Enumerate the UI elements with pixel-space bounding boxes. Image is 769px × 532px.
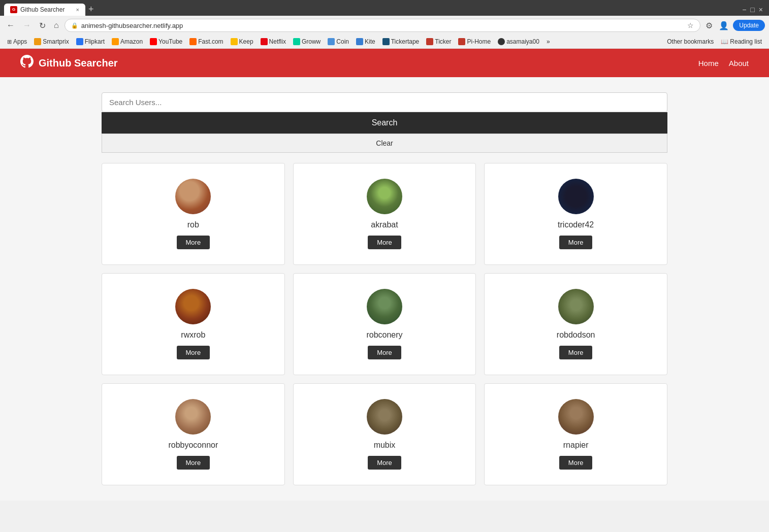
other-bookmarks[interactable]: Other bookmarks xyxy=(664,37,717,46)
users-grid: robMoreakrabatMoretricoder42MorerwxrobMo… xyxy=(102,163,667,485)
more-button[interactable]: More xyxy=(177,346,210,359)
bookmark-flipkart[interactable]: Flipkart xyxy=(73,37,108,46)
user-name: robbyoconnor xyxy=(168,441,218,450)
search-container: Search Clear xyxy=(102,92,667,153)
reading-list[interactable]: 📖 Reading list xyxy=(718,37,765,46)
toolbar-icons: ⚙ 👤 Update xyxy=(703,20,765,31)
bookmark-star-icon[interactable]: ☆ xyxy=(687,21,694,29)
tab-title: Github Searcher xyxy=(20,6,65,13)
user-avatar xyxy=(367,399,402,435)
user-avatar xyxy=(367,289,402,324)
more-button[interactable]: More xyxy=(559,456,593,470)
user-card: robconeryMore xyxy=(293,273,476,375)
restore-button[interactable]: □ xyxy=(750,6,754,14)
bookmarks-bar: ⊞ Apps Smartprix Flipkart Amazon YouTube… xyxy=(0,35,769,49)
app-header: Github Searcher Home About xyxy=(0,49,769,77)
more-button[interactable]: More xyxy=(177,236,210,249)
bookmark-apps[interactable]: ⊞ Apps xyxy=(4,37,30,46)
user-card: robMore xyxy=(102,163,285,265)
address-bar[interactable]: 🔒 animesh-githubsearcher.netlify.app ☆ xyxy=(65,19,701,32)
more-button[interactable]: More xyxy=(559,346,593,359)
bookmark-pihome[interactable]: Pi-Home xyxy=(455,37,494,46)
user-card: robdodsonMore xyxy=(484,273,667,375)
github-icon xyxy=(20,55,34,71)
tab-favicon: G xyxy=(10,6,17,13)
reload-button[interactable]: ↻ xyxy=(37,20,48,31)
user-card: mubixMore xyxy=(293,383,476,485)
more-button[interactable]: More xyxy=(177,456,210,470)
app-logo: Github Searcher xyxy=(20,55,118,71)
user-avatar xyxy=(558,179,594,214)
update-button[interactable]: Update xyxy=(733,20,765,31)
browser-toolbar: ← → ↻ ⌂ 🔒 animesh-githubsearcher.netlify… xyxy=(0,16,769,35)
user-avatar xyxy=(367,179,402,214)
reading-list-label: Reading list xyxy=(730,38,762,45)
more-button[interactable]: More xyxy=(368,346,401,359)
search-input[interactable] xyxy=(102,92,667,112)
user-name: rnapier xyxy=(563,441,589,450)
user-name: akrabat xyxy=(371,220,398,229)
close-button[interactable]: × xyxy=(759,6,763,14)
bookmark-fastcom[interactable]: Fast.com xyxy=(186,37,226,46)
lock-icon: 🔒 xyxy=(71,22,78,29)
browser-chrome: G Github Searcher × + − □ × ← → ↻ ⌂ 🔒 an… xyxy=(0,0,769,49)
user-card: robbyoconnorMore xyxy=(102,383,285,485)
forward-button[interactable]: → xyxy=(20,20,34,31)
bookmark-coin[interactable]: Coin xyxy=(325,37,352,46)
user-avatar xyxy=(175,289,211,324)
app-container: Github Searcher Home About Search Clear … xyxy=(0,49,769,501)
new-tab-button[interactable]: + xyxy=(85,3,97,16)
user-name: rwxrob xyxy=(181,330,205,340)
user-avatar xyxy=(175,179,211,214)
user-card: akrabatMore xyxy=(293,163,476,265)
minimize-button[interactable]: − xyxy=(742,6,746,14)
nav-about[interactable]: About xyxy=(729,59,749,68)
browser-tab[interactable]: G Github Searcher × xyxy=(4,4,85,16)
bookmark-amazon[interactable]: Amazon xyxy=(109,37,146,46)
bookmark-keep[interactable]: Keep xyxy=(228,37,257,46)
app-body: Search Clear robMoreakrabatMoretricoder4… xyxy=(0,77,769,501)
app-title: Github Searcher xyxy=(39,57,118,69)
user-name: rob xyxy=(187,220,199,229)
bookmark-asamaiya[interactable]: asamaiya00 xyxy=(495,37,542,46)
home-button[interactable]: ⌂ xyxy=(51,20,61,31)
back-button[interactable]: ← xyxy=(4,20,17,31)
profile-button[interactable]: 👤 xyxy=(717,20,731,31)
more-button[interactable]: More xyxy=(559,236,593,249)
reading-list-icon: 📖 xyxy=(721,38,728,45)
bookmark-youtube[interactable]: YouTube xyxy=(147,37,185,46)
more-button[interactable]: More xyxy=(368,236,401,249)
bookmark-smartprix[interactable]: Smartprix xyxy=(31,37,72,46)
extensions-button[interactable]: ⚙ xyxy=(703,20,715,31)
user-name: robdodson xyxy=(557,330,595,340)
user-avatar xyxy=(175,399,211,435)
user-name: robconery xyxy=(366,330,402,340)
other-bookmarks-label: Other bookmarks xyxy=(667,38,714,45)
bookmark-groww[interactable]: Groww xyxy=(290,37,324,46)
app-nav: Home About xyxy=(698,59,749,68)
user-card: rnapierMore xyxy=(484,383,667,485)
bookmark-kite[interactable]: Kite xyxy=(353,37,378,46)
user-avatar xyxy=(558,399,594,435)
nav-home[interactable]: Home xyxy=(698,59,719,68)
bookmark-netflix[interactable]: Netflix xyxy=(258,37,289,46)
user-card: rwxrobMore xyxy=(102,273,285,375)
tab-close-button[interactable]: × xyxy=(76,7,79,13)
more-button[interactable]: More xyxy=(368,456,401,470)
user-avatar xyxy=(558,289,594,324)
bookmark-ticker[interactable]: Ticker xyxy=(423,37,454,46)
user-name: mubix xyxy=(374,441,396,450)
more-bookmarks-button[interactable]: » xyxy=(543,37,553,46)
user-card: tricoder42More xyxy=(484,163,667,265)
user-name: tricoder42 xyxy=(558,220,594,229)
clear-button[interactable]: Clear xyxy=(102,134,667,153)
address-text: animesh-githubsearcher.netlify.app xyxy=(81,22,685,29)
search-button[interactable]: Search xyxy=(102,112,667,134)
bookmark-tickertape[interactable]: Tickertape xyxy=(379,37,423,46)
